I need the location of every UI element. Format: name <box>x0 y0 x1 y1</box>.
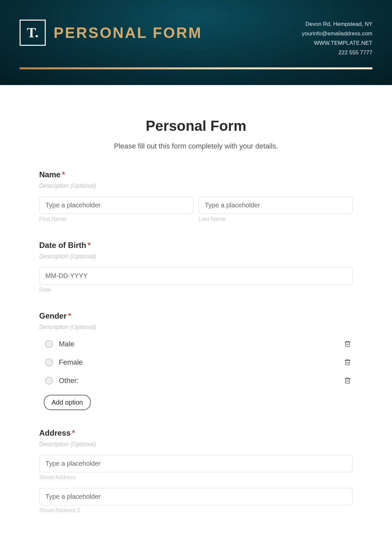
page-title: Personal Form <box>39 118 353 134</box>
first-name-sublabel: First Name <box>39 216 193 222</box>
gender-option-other[interactable]: Other: <box>39 373 353 388</box>
address-label: Address* <box>39 428 353 438</box>
radio-icon <box>45 340 53 348</box>
section-dob: Date of Birth* Description (Optional) Da… <box>39 241 353 293</box>
gender-option-label: Female <box>59 358 83 367</box>
section-address: Address* Description (Optional) Street A… <box>39 428 353 514</box>
gender-label: Gender* <box>39 311 353 321</box>
page-subtitle: Please fill out this form completely wit… <box>39 142 353 150</box>
name-label-text: Name <box>39 170 60 179</box>
radio-icon <box>45 377 53 385</box>
logo-block: T. PERSONAL FORM <box>20 20 202 46</box>
dob-description[interactable]: Description (Optional) <box>39 253 353 260</box>
svg-rect-0 <box>346 342 350 347</box>
section-name: Name* Description (Optional) First Name … <box>39 170 353 222</box>
name-label: Name* <box>39 170 353 179</box>
name-description[interactable]: Description (Optional) <box>39 182 353 189</box>
dob-input[interactable] <box>39 267 353 285</box>
street-address-sublabel: Street Address <box>39 474 353 481</box>
svg-rect-2 <box>346 379 350 383</box>
gender-label-text: Gender <box>39 311 67 320</box>
banner-title: PERSONAL FORM <box>54 24 202 42</box>
required-mark: * <box>88 241 90 250</box>
address-label-text: Address <box>39 428 71 437</box>
contact-website: WWW.TEMPLATE.NET <box>302 39 372 48</box>
required-mark: * <box>62 170 65 179</box>
contact-email: yourinfo@emailaddress.com <box>302 29 372 39</box>
street-address-input[interactable] <box>39 455 353 472</box>
add-option-button[interactable]: Add option <box>44 395 91 410</box>
contact-phone: 222 555 7777 <box>302 48 372 58</box>
banner-divider <box>20 67 372 69</box>
trash-icon[interactable] <box>344 340 351 348</box>
dob-label-text: Date of Birth <box>39 241 86 250</box>
last-name-sublabel: Last Name <box>199 216 353 222</box>
contact-info: Devon Rd, Hempstead, NY yourinfo@emailad… <box>302 20 372 58</box>
svg-rect-1 <box>346 360 350 365</box>
contact-address: Devon Rd, Hempstead, NY <box>302 20 372 29</box>
gender-option-male[interactable]: Male <box>39 337 353 352</box>
required-mark: * <box>68 311 71 320</box>
gender-description[interactable]: Description (Optional) <box>39 324 353 331</box>
gender-option-label: Other: <box>59 376 79 385</box>
gender-option-label: Male <box>59 340 74 348</box>
trash-icon[interactable] <box>344 376 351 385</box>
street-address-2-sublabel: Street Address 2 <box>39 507 353 514</box>
gender-option-female[interactable]: Female <box>39 355 353 370</box>
section-gender: Gender* Description (Optional) Male Fema… <box>39 311 353 410</box>
dob-sublabel: Date <box>39 287 353 293</box>
first-name-input[interactable] <box>39 197 193 214</box>
trash-icon[interactable] <box>344 358 351 367</box>
dob-label: Date of Birth* <box>39 241 353 250</box>
header-banner: T. PERSONAL FORM Devon Rd, Hempstead, NY… <box>0 0 392 85</box>
last-name-input[interactable] <box>199 197 353 214</box>
logo-icon: T. <box>20 20 46 46</box>
address-description[interactable]: Description (Optional) <box>39 441 353 448</box>
radio-icon <box>45 358 53 366</box>
required-mark: * <box>72 428 75 437</box>
street-address-2-input[interactable] <box>39 488 353 505</box>
form-page: Personal Form Please fill out this form … <box>0 85 392 545</box>
